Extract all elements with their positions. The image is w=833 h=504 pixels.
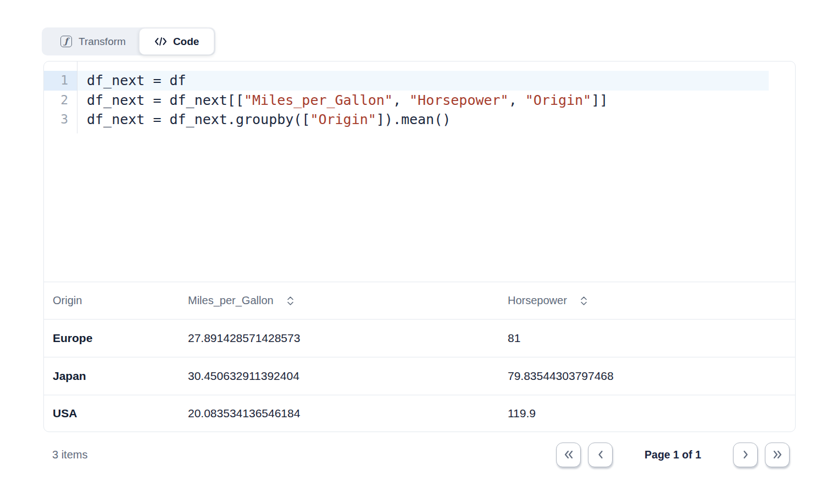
view-mode-tabbar: ƒ Transform Code — [42, 27, 215, 55]
code-line[interactable]: df_next = df_next.groupby(["Origin"]).me… — [77, 110, 795, 130]
code-token-string: "Origin" — [310, 111, 376, 127]
row-label-cell: USA — [44, 407, 179, 420]
tab-code[interactable]: Code — [139, 28, 215, 55]
row-label-cell: Japan — [44, 369, 179, 383]
function-icon: ƒ — [60, 36, 72, 47]
table-body: Europe27.89142857142857381Japan30.450632… — [44, 319, 795, 431]
code-editor[interactable]: 123 df_next = dfdf_next = df_next[["Mile… — [44, 61, 795, 282]
editor-code-area[interactable]: df_next = dfdf_next = df_next[["Miles_pe… — [77, 61, 795, 130]
line-number: 1 — [44, 71, 77, 91]
prev-page-button[interactable] — [588, 443, 613, 467]
code-line[interactable]: df_next = df_next[["Miles_per_Gallon", "… — [77, 91, 795, 110]
code-token-string: "Origin" — [525, 92, 591, 108]
code-token: , — [509, 92, 525, 108]
column-header-origin: Origin — [44, 294, 179, 307]
table-header-row: OriginMiles_per_GallonHorsepower — [44, 282, 795, 319]
value-cell: 27.891428571428573 — [179, 332, 499, 345]
code-token: ]).mean() — [376, 111, 451, 127]
column-header-label: Origin — [53, 294, 82, 307]
value-cell: 119.9 — [499, 407, 795, 420]
code-token: df_next = df — [87, 72, 186, 88]
column-header-label: Miles_per_Gallon — [188, 294, 274, 307]
chevrons-left-icon — [562, 449, 575, 460]
line-number: 3 — [44, 110, 77, 130]
tab-transform[interactable]: ƒ Transform — [42, 27, 138, 55]
column-header-label: Horsepower — [508, 294, 567, 307]
editor-gutter: 123 — [44, 61, 77, 133]
code-icon — [154, 36, 167, 47]
table-footer: 3 items Page 1 of 1 — [43, 432, 796, 477]
code-token: df_next = df_next.groupby([ — [87, 111, 310, 127]
transform-panel: 123 df_next = dfdf_next = df_next[["Mile… — [43, 61, 796, 432]
pagination: Page 1 of 1 — [556, 443, 796, 467]
items-count: 3 items — [52, 449, 87, 461]
tab-transform-label: Transform — [79, 36, 126, 48]
first-page-button[interactable] — [556, 443, 581, 467]
last-page-button[interactable] — [765, 443, 790, 467]
line-number: 2 — [44, 91, 77, 110]
value-cell: 20.083534136546184 — [179, 407, 499, 420]
code-token-string: "Miles_per_Gallon" — [244, 92, 393, 108]
column-header-horsepower[interactable]: Horsepower — [499, 294, 795, 307]
tab-code-label: Code — [173, 36, 199, 48]
sort-icon[interactable] — [286, 295, 295, 307]
table-row: Japan30.45063291139240479.83544303797468 — [44, 357, 795, 395]
page-indicator: Page 1 of 1 — [645, 449, 701, 461]
chevron-right-icon — [740, 449, 751, 460]
value-cell: 79.83544303797468 — [499, 369, 795, 383]
code-token: df_next = df_next[[ — [87, 92, 244, 108]
code-line[interactable]: df_next = df — [77, 71, 769, 91]
sort-icon[interactable] — [580, 295, 588, 307]
chevrons-right-icon — [771, 449, 784, 460]
code-token: ]] — [591, 92, 608, 108]
column-header-miles_per_gallon[interactable]: Miles_per_Gallon — [179, 294, 499, 307]
code-token-string: "Horsepower" — [409, 92, 509, 108]
row-label-cell: Europe — [44, 332, 179, 345]
table-row: USA20.083534136546184119.9 — [44, 395, 795, 431]
code-token: , — [393, 92, 409, 108]
chevron-left-icon — [595, 449, 606, 460]
table-row: Europe27.89142857142857381 — [44, 319, 795, 357]
next-page-button[interactable] — [733, 443, 758, 467]
value-cell: 30.450632911392404 — [179, 369, 499, 383]
value-cell: 81 — [499, 332, 795, 345]
